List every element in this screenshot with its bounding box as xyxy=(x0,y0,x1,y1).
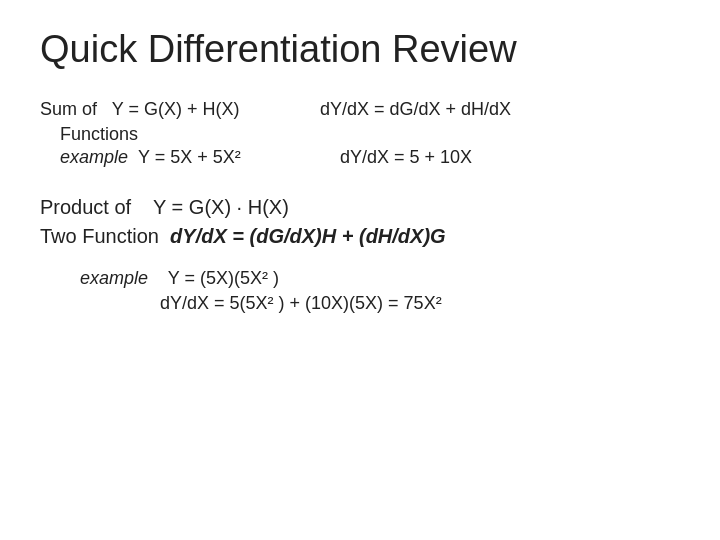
functions-label: Functions xyxy=(60,124,138,144)
sum-example-label: example Y = 5X + 5X² xyxy=(60,147,340,168)
product-label: Product of Y = G(X) · H(X) xyxy=(40,196,680,219)
page-title: Quick Differentiation Review xyxy=(40,28,680,71)
product-section: Product of Y = G(X) · H(X) Two Function … xyxy=(40,196,680,314)
product-example-rule: dY/dX = 5(5X² ) + (10X)(5X) = 75X² xyxy=(160,293,680,314)
sum-label: Sum of Y = G(X) + H(X) xyxy=(40,99,320,120)
product-example-block: example Y = (5X)(5X² ) dY/dX = 5(5X² ) +… xyxy=(80,268,680,314)
sum-example-rule: dY/dX = 5 + 10X xyxy=(340,147,680,168)
product-example-eq: example Y = (5X)(5X² ) xyxy=(80,268,680,289)
sum-section: Sum of Y = G(X) + H(X) dY/dX = dG/dX + d… xyxy=(40,99,680,168)
sum-rule: dY/dX = dG/dX + dH/dX xyxy=(320,99,680,120)
two-function-rule: Two Function dY/dX = (dG/dX)H + (dH/dX)G xyxy=(40,225,680,248)
